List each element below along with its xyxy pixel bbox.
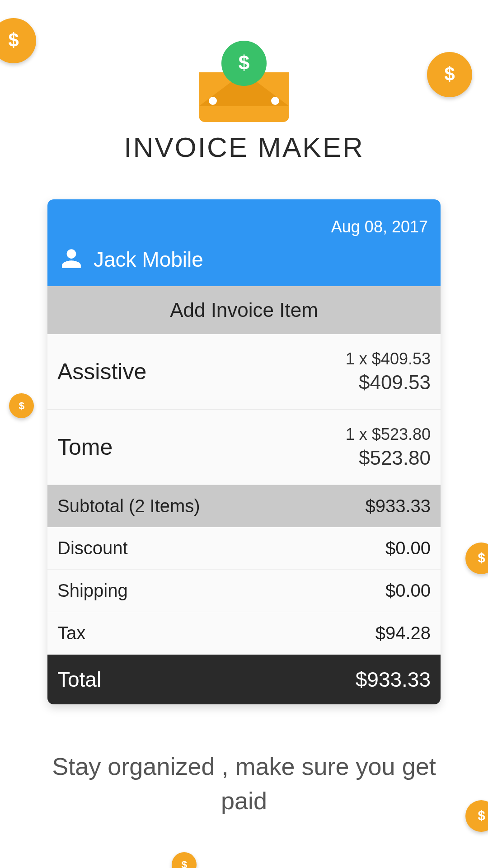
item-line-total: $409.53 xyxy=(346,371,431,394)
item-name: Assistive xyxy=(57,359,146,385)
app-logo: $ xyxy=(199,41,289,122)
svg-text:$: $ xyxy=(478,808,485,823)
item-line-total: $523.80 xyxy=(346,447,431,469)
subtotal-value: $933.33 xyxy=(365,496,431,516)
invoice-date: Aug 08, 2017 xyxy=(60,217,428,236)
shipping-value: $0.00 xyxy=(385,580,431,601)
invoice-item-row[interactable]: Tome 1 x $523.80 $523.80 xyxy=(47,410,441,485)
customer-name: Jack Mobile xyxy=(94,247,203,272)
dollar-coin-icon: $ xyxy=(221,41,267,86)
invoice-card: Aug 08, 2017 Jack Mobile Add Invoice Ite… xyxy=(47,199,441,704)
coin-icon: $ xyxy=(172,852,197,868)
total-value: $933.33 xyxy=(356,667,431,692)
subtotal-row: Subtotal (2 Items) $933.33 xyxy=(47,485,441,527)
discount-label: Discount xyxy=(57,538,128,558)
total-label: Total xyxy=(57,667,101,692)
tagline: Stay organized , make sure you get paid xyxy=(0,750,488,818)
subtotal-label: Subtotal (2 Items) xyxy=(57,496,200,516)
person-icon xyxy=(60,247,83,272)
coin-icon: $ xyxy=(0,18,36,63)
coin-icon: $ xyxy=(427,52,472,97)
tax-value: $94.28 xyxy=(375,623,431,643)
discount-row[interactable]: Discount $0.00 xyxy=(47,527,441,570)
tax-label: Tax xyxy=(57,623,85,643)
svg-text:$: $ xyxy=(19,400,24,411)
svg-text:$: $ xyxy=(478,551,485,565)
item-qty-price: 1 x $409.53 xyxy=(346,349,431,368)
invoice-item-row[interactable]: Assistive 1 x $409.53 $409.53 xyxy=(47,334,441,410)
invoice-header[interactable]: Aug 08, 2017 Jack Mobile xyxy=(47,199,441,286)
item-qty-price: 1 x $523.80 xyxy=(346,425,431,444)
svg-text:$: $ xyxy=(181,859,187,868)
app-title: INVOICE MAKER xyxy=(0,131,488,163)
coin-icon: $ xyxy=(9,393,34,418)
svg-text:$: $ xyxy=(444,63,455,85)
shipping-row[interactable]: Shipping $0.00 xyxy=(47,570,441,612)
total-row: Total $933.33 xyxy=(47,655,441,704)
tax-row[interactable]: Tax $94.28 xyxy=(47,612,441,655)
svg-text:$: $ xyxy=(8,29,19,51)
discount-value: $0.00 xyxy=(385,538,431,558)
svg-text:$: $ xyxy=(239,52,249,74)
item-name: Tome xyxy=(57,434,113,460)
coin-icon: $ xyxy=(465,542,488,574)
add-invoice-item-button[interactable]: Add Invoice Item xyxy=(47,286,441,334)
shipping-label: Shipping xyxy=(57,580,128,601)
